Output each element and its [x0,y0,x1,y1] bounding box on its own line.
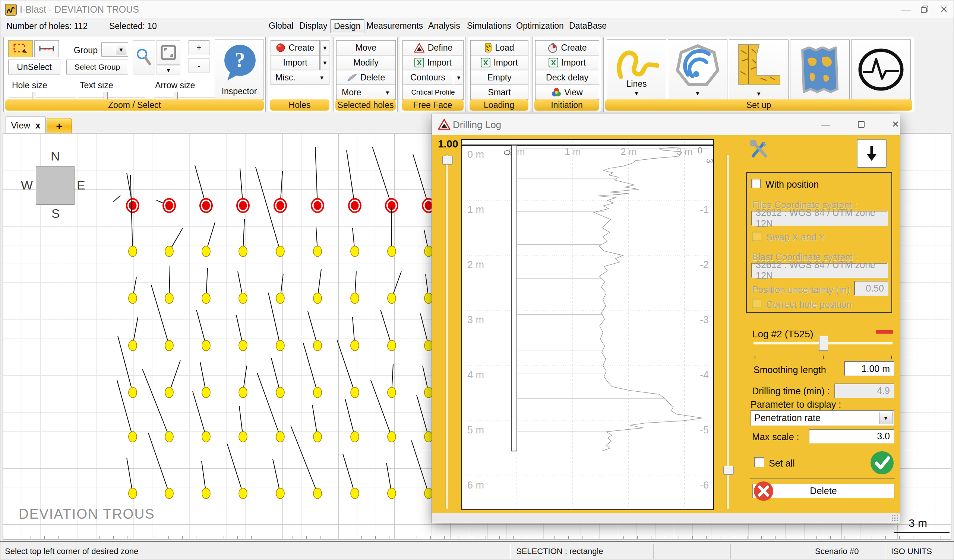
selection-rectangle-icon [13,43,28,54]
tools-icon[interactable] [750,140,769,159]
resize-grip[interactable] [891,514,898,522]
fit-view-button[interactable] [156,40,180,65]
import-free-face-button[interactable]: X Import [402,55,464,70]
map-button[interactable] [790,39,850,100]
hole-size-slider[interactable] [9,97,76,98]
compass-east-label: E [77,178,85,193]
contours-button[interactable]: Contours [402,70,453,85]
move-holes-button[interactable]: Move [336,40,396,55]
text-size-label: Text size [80,81,113,90]
group-dropdown[interactable]: ▼ [101,42,128,57]
seismograph-button[interactable] [851,39,911,100]
contours-dropdown[interactable]: ▼ [454,70,464,85]
import-initiation-button[interactable]: X Import [535,55,599,70]
menu-item-measurements[interactable]: Measurements [363,19,426,33]
more-holes-button[interactable]: More▼ [336,85,396,100]
unselect-button[interactable]: UnSelect [8,59,60,75]
misc-holes-button[interactable]: Misc.▼ [271,70,329,85]
drilling-log-dialog[interactable]: Drilling Log — ✕ 1.00 0 m1 m2 m3 m0 m1 m… [432,114,900,523]
define-free-face-button[interactable]: Define [402,40,464,55]
create-hole-button[interactable]: Create [271,40,320,55]
right-scroll-slider-handle[interactable] [723,466,734,475]
dialog-titlebar[interactable]: Drilling Log — ✕ [432,114,900,135]
lines-dropdown-icon[interactable]: ▼ [634,90,639,96]
menu-item-database[interactable]: DataBase [566,19,610,33]
critical-profile-button[interactable]: Critical Profile [402,85,464,100]
load-button[interactable]: Load [470,40,528,55]
modify-holes-button[interactable]: Modify [336,55,396,70]
export-button[interactable] [857,139,887,168]
swap-xy-checkbox[interactable] [752,232,761,241]
chevron-down-icon: ▼ [116,44,126,55]
window-minimize-button[interactable]: — [898,2,914,17]
window-close-button[interactable]: ✕ [936,2,952,17]
log-color-swatch [876,330,893,334]
menu-item-global[interactable]: Global [266,19,296,33]
svg-text:X: X [417,59,422,67]
smart-loading-button[interactable]: Smart [470,85,528,100]
blast-cs-input[interactable]: 32612 : WGS 84 / UTM zone 12N [751,263,888,278]
bench-dropdown-icon[interactable]: ▼ [756,91,762,96]
tab-view[interactable]: View x [6,117,46,134]
fit-view-dropdown[interactable]: ▼ [156,65,180,75]
parameter-select[interactable]: Penetration rate ▼ [751,410,894,426]
red-sphere-icon [276,43,285,53]
dialog-close-button[interactable]: ✕ [887,117,904,131]
log-select-slider-handle[interactable] [819,336,828,351]
menu-item-analysis[interactable]: Analysis [425,19,463,33]
lines-button[interactable]: Lines ▼ [607,39,666,100]
arrow-size-slider[interactable] [153,97,224,98]
view-initiation-button[interactable]: View [535,85,599,100]
create-hole-dropdown[interactable]: ▼ [321,40,329,55]
tab-add-button[interactable]: + [47,118,72,134]
app-logo-icon [5,4,17,16]
measure-button[interactable] [34,40,59,58]
world-map-icon [799,47,840,93]
zoom-out-button[interactable]: - [189,58,209,73]
zoom-button[interactable] [132,40,155,75]
depth-scale-value: 1.00 [438,138,458,150]
signal-button[interactable]: ▼ [668,39,728,100]
select-group-button[interactable]: Select Group [66,59,128,75]
svg-text:4 m: 4 m [467,369,484,381]
text-size-slider[interactable] [78,97,145,98]
menu-item-design[interactable]: Design [330,19,364,33]
rect-select-button[interactable] [8,40,33,58]
signal-dropdown-icon[interactable]: ▼ [695,90,701,96]
with-position-checkbox[interactable] [751,179,761,188]
excel-icon: X [549,58,558,67]
bench-profile-button[interactable]: ▼ [729,39,789,100]
apply-check-button[interactable] [870,451,894,475]
correct-hole-checkbox[interactable] [752,299,761,308]
import-holes-button[interactable]: Import [271,55,320,70]
create-initiation-button[interactable]: Create [535,40,599,55]
empty-loading-button[interactable]: Empty [470,70,528,85]
dialog-maximize-button[interactable] [853,117,870,131]
tab-close-icon[interactable]: x [36,120,40,131]
chevron-down-icon[interactable]: ▼ [879,412,893,424]
import-holes-dropdown[interactable]: ▼ [321,55,329,70]
files-cs-input[interactable]: 32612 : WGS 84 / UTM zone 12N [751,211,888,226]
free-face-footer: Free Face [402,100,464,110]
left-depth-slider[interactable] [445,154,448,509]
dialog-title: Drilling Log [453,119,501,131]
dialog-minimize-button[interactable]: — [818,117,834,131]
max-scale-input[interactable]: 3.0 [809,429,894,443]
inspector-button[interactable]: ? Inspector [215,39,264,100]
window-title: I-Blast - DEVIATION TROUS [20,4,139,15]
menu-item-simulations[interactable]: Simulations [464,19,514,33]
set-all-checkbox[interactable] [754,457,764,467]
left-depth-slider-handle[interactable] [442,156,453,165]
delete-x-icon[interactable] [753,481,774,502]
deck-delay-button[interactable]: Deck delay [535,70,599,85]
menu-item-optimization[interactable]: Optimization [513,19,567,33]
right-scroll-slider[interactable] [726,154,729,509]
delete-holes-button[interactable]: Delete [336,70,396,85]
import-loading-button[interactable]: X Import [470,55,528,70]
menu-item-display[interactable]: Display [296,19,330,33]
position-uncertainty-input[interactable]: 0.50 [854,281,889,296]
window-restore-button[interactable] [917,2,933,17]
zoom-in-button[interactable]: + [189,40,209,55]
smoothing-input[interactable]: 1.00 m [844,361,894,376]
holes-footer: Holes [270,100,329,110]
